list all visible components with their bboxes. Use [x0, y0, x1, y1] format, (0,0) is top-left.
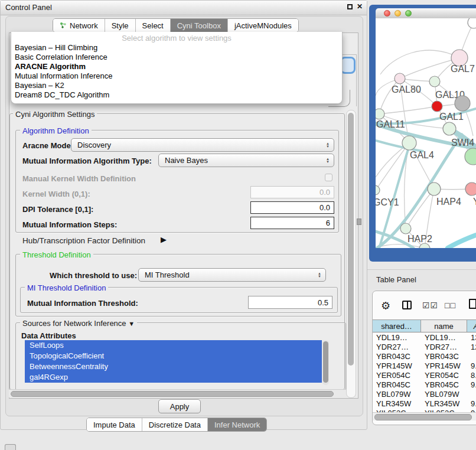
- splitpane-divider-handle[interactable]: [357, 219, 361, 225]
- unchecked-columns-icon[interactable]: □□: [445, 301, 456, 310]
- tab-select[interactable]: Select: [136, 19, 171, 32]
- mi-algorithm-type-label: Mutual Information Algorithm Type:: [22, 156, 152, 165]
- algorithm-option[interactable]: Dream8 DC_TDC Algorithm: [11, 90, 342, 100]
- table-row[interactable]: YBL079WYBL079W: [373, 389, 476, 399]
- algorithm-option[interactable]: ARACNE Algorithm: [11, 62, 342, 71]
- combo-arrows-icon: ▲▼: [314, 272, 325, 278]
- float-panel-button[interactable]: [347, 4, 353, 9]
- column-header-label: name: [434, 322, 454, 331]
- network-node-label: HAP2: [407, 234, 432, 244]
- network-node[interactable]: [400, 223, 411, 234]
- table-row[interactable]: YER054CYER054C8.: [373, 370, 476, 380]
- close-traffic-light[interactable]: [384, 10, 390, 17]
- table-row[interactable]: YLR345WYLR345W9.: [373, 399, 476, 408]
- table-panel-title: Table Panel: [376, 275, 416, 284]
- settings-hscrollbar[interactable]: [9, 389, 356, 397]
- network-edge-thick: [448, 235, 476, 248]
- dpi-tolerance-label: DPI Tolerance [0,1]:: [22, 205, 93, 214]
- network-node[interactable]: [455, 96, 470, 111]
- network-node[interactable]: [468, 18, 476, 28]
- collapse-down-icon[interactable]: ▼: [128, 320, 135, 327]
- attributes-scrollbar[interactable]: [322, 340, 329, 385]
- network-node[interactable]: [395, 73, 405, 84]
- toolbox-tabbar: Network Style Select Cyni Toolbox jActiv…: [53, 18, 299, 32]
- dpi-tolerance-value: 0.0: [319, 203, 330, 212]
- which-threshold-select[interactable]: MI Threshold ▲▼: [138, 268, 326, 282]
- apply-button[interactable]: Apply: [158, 399, 201, 413]
- network-node[interactable]: [443, 122, 456, 135]
- dpi-tolerance-input[interactable]: 0.0: [250, 201, 334, 214]
- network-node[interactable]: [402, 136, 416, 150]
- network-node[interactable]: [432, 101, 442, 112]
- table-hscrollbar[interactable]: [373, 412, 476, 420]
- tab-network-label: Network: [70, 21, 98, 30]
- network-node[interactable]: [465, 182, 476, 195]
- network-canvas[interactable]: GAL7GAL80GAL10GAL1GAL11SWI4GAL4GCY1HAP4Y…: [376, 18, 476, 248]
- settings-vscrollbar[interactable]: [346, 110, 356, 398]
- which-threshold-value: MI Threshold: [145, 270, 190, 279]
- network-node-label: GAL7: [451, 64, 475, 74]
- mi-algorithm-type-select[interactable]: Naive Bayes ▲▼: [158, 154, 334, 167]
- network-node[interactable]: [465, 148, 476, 165]
- table-row[interactable]: YDL19…YDL19…13: [373, 332, 476, 342]
- mi-steps-input[interactable]: 6: [250, 217, 334, 229]
- gear-icon[interactable]: ⚙: [381, 299, 390, 312]
- minimized-panel-icon[interactable]: [5, 444, 16, 450]
- table-row[interactable]: YPR145WYPR145W9.: [373, 361, 476, 370]
- zoom-traffic-light[interactable]: [405, 10, 412, 17]
- kernel-width-input[interactable]: 0.0: [250, 186, 334, 198]
- data-attribute-item[interactable]: SelfLoops: [25, 340, 322, 351]
- hub-section-label[interactable]: Hub/Transcription Factor Definition: [22, 236, 145, 245]
- table-row[interactable]: YBR043CYBR043C: [373, 351, 476, 361]
- aracne-mode-value: Discovery: [77, 141, 111, 149]
- data-attribute-item[interactable]: TopologicalCoefficient: [25, 351, 322, 361]
- tab-infer-network[interactable]: Infer Network: [208, 418, 266, 431]
- network-node-label: GAL1: [439, 112, 464, 122]
- tab-impute-data[interactable]: Impute Data: [87, 418, 142, 431]
- table-toolbar: ⚙ ☑☑ □□: [373, 295, 476, 317]
- table-row[interactable]: YBR045CYBR045C9.: [373, 380, 476, 389]
- tab-style[interactable]: Style: [105, 19, 136, 32]
- aracne-mode-label: Aracne Mode:: [22, 141, 73, 150]
- split-columns-icon[interactable]: [402, 301, 412, 309]
- table-body: YDL19…YDL19…13YDR27…YDR27…12YBR043CYBR04…: [373, 332, 476, 412]
- algorithm-option[interactable]: Mutual Information Inference: [11, 71, 342, 81]
- network-node[interactable]: [429, 76, 440, 87]
- network-view-window[interactable]: GAL7GAL80GAL10GAL1GAL11SWI4GAL4GCY1HAP4Y…: [369, 5, 476, 262]
- manual-kernel-width-checkbox[interactable]: [325, 174, 332, 181]
- network-window-titlebar[interactable]: [376, 8, 476, 19]
- network-node[interactable]: [428, 182, 441, 195]
- close-panel-icon[interactable]: ✕: [357, 2, 363, 11]
- tab-network[interactable]: Network: [53, 19, 105, 32]
- tab-jactivemnodules[interactable]: jActiveMNodules: [228, 19, 298, 32]
- mi-steps-value: 6: [326, 219, 330, 227]
- checked-columns-icon[interactable]: ☑☑: [422, 301, 438, 310]
- algorithm-option[interactable]: Bayesian – Hill Climbing: [11, 43, 342, 53]
- column-header-label: A: [474, 322, 476, 331]
- aracne-mode-select[interactable]: Discovery ▲▼: [71, 138, 334, 152]
- table-panel: ⚙ ☑☑ □□ shared… name A YDL19…YDL19…13YDR…: [372, 291, 476, 425]
- export-table-icon[interactable]: [469, 299, 476, 309]
- tab-impute-data-label: Impute Data: [93, 420, 135, 429]
- data-attribute-item[interactable]: gal4RGexp: [25, 372, 322, 383]
- tab-infer-network-label: Infer Network: [214, 420, 260, 429]
- table-cell: YBR043C: [421, 352, 467, 361]
- expand-right-icon[interactable]: ▶: [161, 235, 167, 244]
- table-cell: YDR27…: [421, 343, 467, 351]
- column-header-shared-name[interactable]: shared…: [373, 320, 421, 332]
- algorithm-option[interactable]: Bayesian – K2: [11, 81, 342, 90]
- network-node[interactable]: [419, 243, 430, 248]
- mi-threshold-input[interactable]: 0.5: [248, 296, 332, 309]
- table-row[interactable]: YIL053CYIL053C9: [373, 408, 476, 412]
- tab-discretize-data[interactable]: Discretize Data: [142, 418, 208, 431]
- column-header-name[interactable]: name: [421, 320, 467, 332]
- data-attribute-item[interactable]: BetweennessCentrality: [25, 361, 322, 372]
- control-panel-titlebar[interactable]: Control Panel ✕: [1, 1, 367, 15]
- network-node[interactable]: [376, 185, 380, 195]
- tab-cyni-toolbox[interactable]: Cyni Toolbox: [171, 19, 228, 32]
- column-header-partial[interactable]: A: [467, 320, 476, 332]
- algorithm-option[interactable]: Basic Correlation Inference: [11, 53, 342, 62]
- table-row[interactable]: YDR27…YDR27…12: [373, 342, 476, 351]
- minimize-traffic-light[interactable]: [395, 10, 401, 17]
- network-node[interactable]: [376, 109, 384, 119]
